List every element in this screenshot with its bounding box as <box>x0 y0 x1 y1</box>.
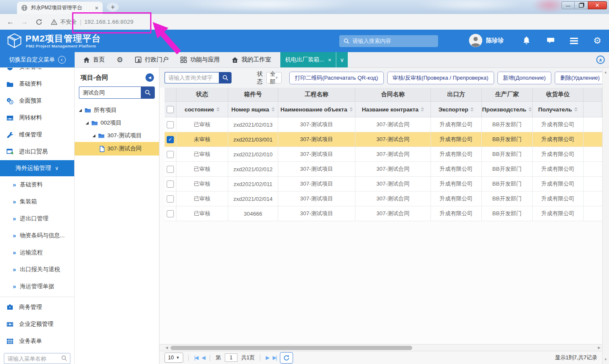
col-header[interactable]: Экспортер <box>431 102 482 117</box>
table-row[interactable]: 已审核 zxd2021/02/010 307-测试项目 307-测试合同 升成有… <box>165 147 602 162</box>
collapse-tree-button[interactable]: ◀ <box>145 73 154 82</box>
sidebar-item-basic-data[interactable]: 基础资料 <box>0 75 74 92</box>
sidebar-item-forms[interactable]: 业务表单 <box>0 333 74 350</box>
col-header[interactable]: 生产厂家 <box>482 88 533 101</box>
sidebar-subitem[interactable]: » 海运管理单据 <box>0 278 74 295</box>
table-row[interactable]: 已审核 zxd2021/02/011 307-测试项目 307-测试合同 升成有… <box>165 177 602 192</box>
sidebar-subitem[interactable]: » 运输流程 <box>0 244 74 261</box>
tab-dropdown-button[interactable]: ∨ <box>336 52 348 67</box>
sidebar-item-clipped[interactable]: 安全管理 <box>0 68 74 75</box>
refresh-button[interactable] <box>280 352 293 364</box>
col-header[interactable]: Получатель <box>533 102 584 117</box>
select-all-checkbox[interactable] <box>167 106 174 113</box>
col-header[interactable]: Название контракта <box>355 102 431 117</box>
row-checkbox[interactable] <box>167 136 174 143</box>
row-checkbox[interactable] <box>167 181 174 188</box>
sort-icon[interactable] <box>528 107 532 111</box>
horizontal-scrollbar[interactable]: ◀ ▶ <box>159 344 602 351</box>
minimize-button[interactable]: — <box>562 1 575 9</box>
row-checkbox[interactable] <box>167 210 174 217</box>
forward-button[interactable]: → <box>21 18 28 26</box>
tree-node-all-projects[interactable]: 所有项目 <box>75 104 159 117</box>
scroll-right-icon[interactable]: ▶ <box>598 346 601 350</box>
tree-search-button[interactable] <box>141 86 155 99</box>
menu-hamburger-icon[interactable] <box>570 38 578 44</box>
tree-node-307-contract-selected[interactable]: 307-测试合同 <box>75 142 159 156</box>
sidebar-item-overseas-transport-active[interactable]: 海外运输管理 ∨ <box>0 160 74 176</box>
sort-icon[interactable] <box>470 107 474 111</box>
back-button[interactable]: ← <box>7 18 14 26</box>
first-page-button[interactable]: |◀ <box>194 355 198 361</box>
col-header[interactable]: состояние <box>176 102 228 117</box>
col-header[interactable]: Производстель <box>482 102 533 117</box>
sidebar-item-quota[interactable]: 企业定额管理 <box>0 316 74 333</box>
scroll-left-icon[interactable]: ◀ <box>165 346 168 350</box>
row-checkbox[interactable] <box>167 151 174 158</box>
col-header[interactable]: Номер ящика <box>228 102 278 117</box>
sidebar-subitem[interactable]: » 物资条码与信息... <box>0 227 74 244</box>
table-row[interactable]: 已审核 304666 307-测试项目 307-测试合同 升成有限公司 BB开发… <box>165 206 602 221</box>
toolbar-button[interactable]: 审核/反审核(Проверка / Препроверка) <box>387 72 494 84</box>
nav-item-workroom[interactable]: 我的工作室 <box>232 56 271 64</box>
sidebar-item-maintenance[interactable]: 维保管理 <box>0 126 74 143</box>
scroll-up-icon[interactable]: ▲ <box>604 70 607 74</box>
close-button[interactable]: ✕ <box>588 1 607 9</box>
keyword-search-input[interactable] <box>165 72 219 83</box>
expander-icon[interactable] <box>86 122 89 125</box>
message-bubble-icon[interactable] <box>547 36 555 44</box>
nav-gear-icon[interactable]: ⚙ <box>117 56 123 64</box>
nav-item-home[interactable]: 首页 <box>83 56 105 64</box>
tab-close-icon[interactable]: × <box>95 5 98 11</box>
tree-search-input[interactable] <box>79 86 141 99</box>
username[interactable]: 陈珍珍 <box>486 37 504 44</box>
sidebar-subitem[interactable]: » 基础资料 <box>0 176 74 193</box>
sidebar-item-materials[interactable]: 周转材料 <box>0 109 74 126</box>
sidebar-subitem[interactable]: » 进出口管理 <box>0 210 74 227</box>
bell-icon[interactable] <box>522 36 531 45</box>
last-page-button[interactable]: ▶| <box>273 355 276 361</box>
sort-icon[interactable] <box>349 107 353 111</box>
status-select[interactable]: 全部 ▾ <box>266 72 282 83</box>
vertical-scrollbar[interactable]: ▲ ▼ <box>602 68 609 364</box>
prev-page-button[interactable]: ◀ <box>201 355 204 361</box>
active-module-tab[interactable]: 机电出厂装箱... × <box>280 52 336 67</box>
row-checkbox[interactable] <box>167 121 174 128</box>
table-row[interactable]: 已审核 zxd2021/02/013 307-测试项目 307-测试合同 升成有… <box>165 117 602 132</box>
menu-search-input[interactable] <box>4 353 70 364</box>
col-header[interactable]: 收货单位 <box>533 88 584 101</box>
next-page-button[interactable]: ▶ <box>265 355 268 361</box>
user-avatar[interactable] <box>469 34 482 47</box>
sort-icon[interactable] <box>271 107 275 111</box>
maximize-button[interactable] <box>575 1 588 9</box>
sidebar-item-business[interactable]: 商务管理 <box>0 299 74 316</box>
sidebar-item-budget[interactable]: ¥$ 全面预算 <box>0 92 74 109</box>
col-header[interactable]: 出口方 <box>431 88 482 101</box>
toolbar-button[interactable]: 删除(Удаление) <box>555 72 605 84</box>
settings-gear-icon[interactable]: ⚙ <box>593 36 601 45</box>
toolbar-button[interactable]: 新增(Дополение) <box>497 72 551 84</box>
col-header[interactable]: 工程名称 <box>278 88 355 101</box>
page-size-select[interactable]: 10 ▼ <box>165 353 183 363</box>
collapse-panel-button[interactable]: ∧ <box>596 56 605 64</box>
reload-button[interactable] <box>36 19 42 25</box>
sidebar-subitem[interactable]: » 集装箱 <box>0 193 74 210</box>
switch-menu-button[interactable]: 切换至自定义菜单 ‹ <box>0 52 75 67</box>
sidebar-subitem[interactable]: » 出口报关与退税 <box>0 261 74 278</box>
tab-close-icon[interactable]: × <box>328 57 332 63</box>
col-header[interactable]: 箱件号 <box>228 88 278 101</box>
page-number-input[interactable] <box>225 353 237 362</box>
table-row[interactable]: 未审核 zxd2021/03/001 307-测试项目 307-测试合同 升成有… <box>165 132 602 147</box>
table-row[interactable]: 已审核 zxd2021/02/014 307-测试项目 307-测试合同 升成有… <box>165 192 602 206</box>
row-checkbox[interactable] <box>167 166 174 173</box>
new-tab-button[interactable]: + <box>107 3 119 11</box>
scrollbar-thumb[interactable] <box>170 346 412 350</box>
global-search[interactable]: 请输入搜索内容 <box>339 35 438 47</box>
row-checkbox[interactable] <box>167 195 174 203</box>
col-header[interactable]: 合同名称 <box>355 88 431 101</box>
expander-icon[interactable] <box>92 134 95 137</box>
table-row[interactable]: 已审核 zxd2021/02/012 307-测试项目 307-测试合同 升成有… <box>165 162 602 177</box>
sort-icon[interactable] <box>216 107 220 111</box>
sort-icon[interactable] <box>574 107 578 111</box>
keyword-search-button[interactable] <box>219 72 232 83</box>
tree-node-002[interactable]: 002项目 <box>75 117 159 129</box>
